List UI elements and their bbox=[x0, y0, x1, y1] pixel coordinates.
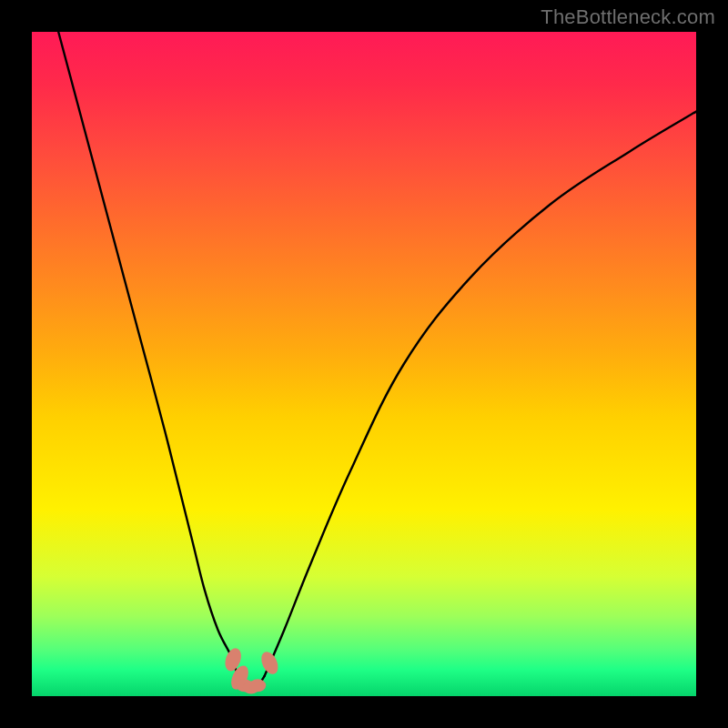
bead-mid-3 bbox=[249, 679, 266, 692]
plot-area bbox=[32, 32, 696, 696]
attribution-watermark: TheBottleneck.com bbox=[541, 5, 715, 29]
bead-right-top bbox=[258, 649, 281, 676]
chart-frame: TheBottleneck.com bbox=[0, 0, 728, 728]
bead-group bbox=[222, 646, 281, 694]
marker-layer bbox=[32, 32, 696, 696]
